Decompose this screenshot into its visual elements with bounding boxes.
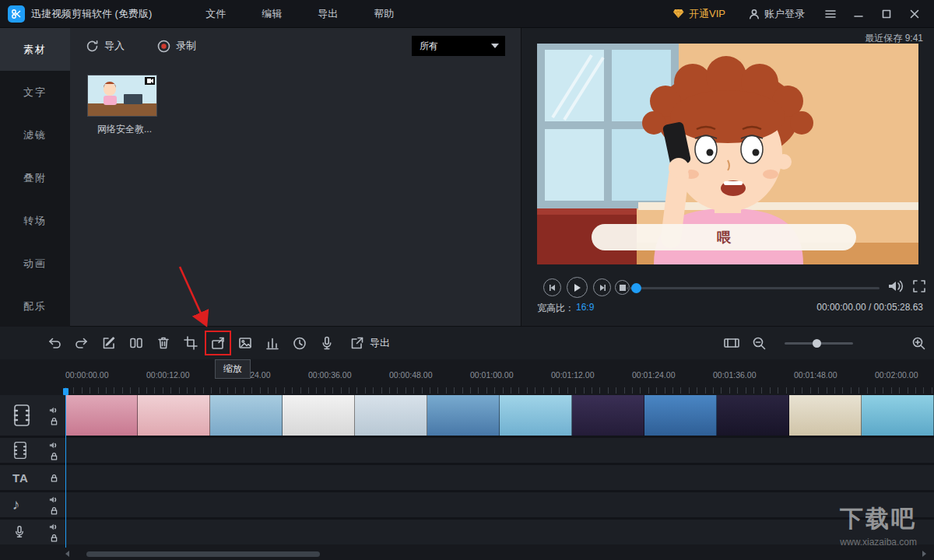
account-login-button[interactable]: 账户登录	[739, 0, 814, 28]
timeline-clip[interactable]	[283, 395, 355, 436]
menu-file[interactable]: 文件	[188, 0, 244, 28]
timeline-tracks: TA ♪	[0, 395, 934, 544]
sidebar-item-media[interactable]: 素材	[0, 28, 70, 71]
maximize-icon[interactable]	[875, 0, 898, 28]
ruler-label: 00:00:12.00	[146, 370, 189, 380]
edit-button[interactable]	[100, 333, 118, 353]
track-mute-icon[interactable]	[49, 495, 58, 504]
track-lock-icon[interactable]	[50, 506, 58, 515]
timeline-clip[interactable]	[355, 395, 427, 436]
seek-slider[interactable]	[627, 287, 880, 289]
zoom-in-button[interactable]	[909, 333, 928, 353]
sidebar-item-transition[interactable]: 转场	[0, 199, 70, 242]
horizontal-scrollbar[interactable]	[65, 550, 926, 558]
media-filter-dropdown[interactable]: 所有	[412, 36, 505, 56]
sidebar-item-text[interactable]: 文字	[0, 71, 70, 114]
record-button[interactable]: 录制	[157, 39, 196, 53]
voiceover-button[interactable]	[318, 333, 336, 353]
sidebar-item-animation[interactable]: 动画	[0, 242, 70, 285]
track-lock-icon[interactable]	[50, 452, 58, 460]
media-filter-value: 所有	[420, 40, 438, 53]
crop-button[interactable]	[181, 333, 200, 353]
menu-help[interactable]: 帮助	[356, 0, 412, 28]
volume-icon[interactable]	[887, 278, 904, 294]
video-preview[interactable]: 喂	[537, 44, 918, 264]
video-badge-icon	[145, 77, 155, 85]
hamburger-menu-icon[interactable]	[819, 0, 842, 28]
timeline-clip[interactable]	[210, 395, 283, 436]
scroll-left-icon[interactable]	[65, 551, 69, 557]
timeline-zoom-knob[interactable]	[813, 339, 821, 348]
fullscreen-icon[interactable]	[912, 279, 926, 293]
ruler-label: 00:00:36.00	[308, 370, 351, 380]
timeline-clip[interactable]	[644, 395, 717, 436]
vip-button[interactable]: 开通VIP	[663, 0, 735, 28]
sidebar: 素材 文字 滤镜 叠附 转场 动画 配乐	[0, 28, 70, 327]
vip-label: 开通VIP	[689, 0, 725, 28]
scale-button[interactable]	[209, 333, 227, 353]
close-icon[interactable]	[903, 0, 926, 28]
track-mute-icon[interactable]	[49, 406, 58, 415]
track-lock-icon[interactable]	[50, 474, 58, 482]
minimize-icon[interactable]	[847, 0, 870, 28]
preview-panel: 最近保存 9:41	[521, 28, 934, 327]
text-track-lane[interactable]	[65, 465, 934, 490]
timeline-zoom-slider[interactable]	[785, 342, 853, 345]
timeline-clip[interactable]	[862, 395, 934, 436]
zoom-out-button[interactable]	[750, 333, 768, 353]
timeline-ruler[interactable]: 00:00:00.0000:00:12.0000:00:24.0000:00:3…	[65, 359, 934, 395]
sidebar-item-music[interactable]: 配乐	[0, 285, 70, 327]
sidebar-item-overlay[interactable]: 叠附	[0, 156, 70, 199]
timeline-clip[interactable]	[427, 395, 500, 436]
timeline-clip[interactable]	[572, 395, 644, 436]
track-mute-icon[interactable]	[49, 441, 58, 450]
duration-button[interactable]	[290, 333, 309, 353]
prev-frame-button[interactable]	[543, 278, 561, 296]
delete-button[interactable]	[154, 333, 173, 353]
timeline-clip[interactable]	[789, 395, 862, 436]
track-mute-icon[interactable]	[49, 523, 58, 531]
music-track-lane[interactable]	[65, 492, 934, 517]
track-lock-icon[interactable]	[50, 417, 58, 425]
redo-button[interactable]	[72, 333, 91, 353]
ruler-label: 00:01:24.00	[632, 370, 675, 380]
voiceover-track-lane[interactable]	[65, 520, 934, 544]
video-track-1-lane[interactable]	[65, 395, 934, 436]
media-item[interactable]: 网络安全教...	[87, 75, 162, 136]
audio-levels-button[interactable]	[263, 333, 282, 353]
sidebar-item-filter[interactable]: 滤镜	[0, 114, 70, 156]
video-track-1-header	[0, 395, 65, 436]
menu-export[interactable]: 导出	[300, 0, 356, 28]
music-track-header: ♪	[0, 492, 65, 517]
menu-edit[interactable]: 编辑	[244, 0, 300, 28]
picture-button[interactable]	[236, 333, 255, 353]
scrollbar-thumb[interactable]	[86, 551, 320, 557]
aspect-ratio-label: 宽高比：	[537, 302, 574, 315]
edit-toolbar: 导出	[0, 327, 934, 359]
ruler-label: 00:01:48.00	[794, 370, 837, 380]
track-lock-icon[interactable]	[50, 534, 58, 542]
timeline-clip[interactable]	[138, 395, 210, 436]
next-frame-button[interactable]	[593, 278, 611, 296]
import-button[interactable]: 导入	[86, 39, 125, 53]
aspect-ratio-value[interactable]: 16:9	[576, 302, 594, 315]
export-button[interactable]: 导出	[349, 335, 390, 351]
timeline-clip[interactable]	[65, 395, 138, 436]
split-button[interactable]	[127, 333, 146, 353]
export-label: 导出	[370, 336, 390, 350]
fit-timeline-button[interactable]	[722, 333, 741, 353]
timecode: 00:00:00.00 / 00:05:28.63	[816, 302, 923, 315]
preview-info-row: 宽高比： 16:9 00:00:00.00 / 00:05:28.63	[537, 302, 923, 315]
ruler-label: 00:00:48.00	[389, 370, 432, 380]
timeline-clip[interactable]	[500, 395, 572, 436]
play-button[interactable]	[567, 277, 588, 298]
video-track-2-lane[interactable]	[65, 438, 934, 463]
undo-button[interactable]	[45, 333, 64, 353]
playhead-marker[interactable]	[63, 388, 68, 395]
scroll-right-icon[interactable]	[922, 551, 926, 557]
media-item-thumbnail[interactable]	[87, 75, 157, 117]
timeline-clip[interactable]	[717, 395, 789, 436]
import-label: 导入	[104, 39, 125, 53]
seek-knob[interactable]	[631, 283, 641, 293]
ruler-label: 00:01:12.00	[551, 370, 594, 380]
